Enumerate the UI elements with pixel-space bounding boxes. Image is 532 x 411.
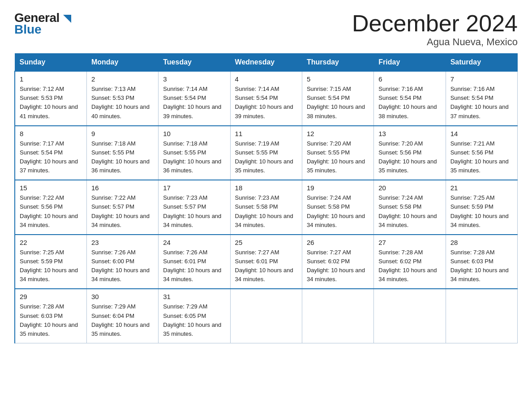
- day-number: 31: [163, 293, 225, 300]
- day-info: Sunrise: 7:25 AMSunset: 5:59 PMDaylight:…: [20, 249, 78, 283]
- day-info: Sunrise: 7:23 AMSunset: 5:58 PMDaylight:…: [235, 194, 293, 228]
- day-info: Sunrise: 7:25 AMSunset: 5:59 PMDaylight:…: [450, 194, 509, 228]
- day-info: Sunrise: 7:19 AMSunset: 5:55 PMDaylight:…: [235, 140, 293, 174]
- page-subtitle: Agua Nueva, Mexico: [352, 36, 518, 48]
- day-number: 27: [378, 239, 441, 246]
- calendar-cell: 2 Sunrise: 7:13 AMSunset: 5:53 PMDayligh…: [86, 71, 158, 126]
- calendar-cell: 28 Sunrise: 7:28 AMSunset: 6:03 PMDaylig…: [446, 235, 517, 289]
- day-info: Sunrise: 7:16 AMSunset: 5:54 PMDaylight:…: [450, 86, 509, 119]
- day-info: Sunrise: 7:22 AMSunset: 5:56 PMDaylight:…: [20, 194, 78, 228]
- calendar-cell: 18 Sunrise: 7:23 AMSunset: 5:58 PMDaylig…: [230, 180, 302, 235]
- day-number: 30: [91, 293, 154, 300]
- day-number: 25: [235, 239, 297, 246]
- day-info: Sunrise: 7:24 AMSunset: 5:58 PMDaylight:…: [378, 194, 437, 228]
- day-info: Sunrise: 7:24 AMSunset: 5:58 PMDaylight:…: [307, 194, 365, 228]
- calendar-cell: 19 Sunrise: 7:24 AMSunset: 5:58 PMDaylig…: [302, 180, 373, 235]
- calendar-cell: 16 Sunrise: 7:22 AMSunset: 5:57 PMDaylig…: [86, 180, 158, 235]
- col-saturday: Saturday: [446, 54, 517, 72]
- calendar-cell: 11 Sunrise: 7:19 AMSunset: 5:55 PMDaylig…: [230, 126, 302, 180]
- day-number: 11: [235, 130, 297, 137]
- day-info: Sunrise: 7:12 AMSunset: 5:53 PMDaylight:…: [20, 86, 78, 119]
- day-number: 7: [450, 75, 513, 83]
- col-tuesday: Tuesday: [159, 54, 230, 72]
- calendar-cell: 31 Sunrise: 7:29 AMSunset: 6:05 PMDaylig…: [159, 289, 230, 343]
- logo: General Blue: [14, 11, 71, 37]
- logo-triangle-icon: [63, 15, 71, 23]
- calendar-cell: 26 Sunrise: 7:27 AMSunset: 6:02 PMDaylig…: [302, 235, 373, 289]
- day-info: Sunrise: 7:18 AMSunset: 5:55 PMDaylight:…: [163, 140, 221, 174]
- calendar-cell: 1 Sunrise: 7:12 AMSunset: 5:53 PMDayligh…: [15, 71, 86, 126]
- day-info: Sunrise: 7:22 AMSunset: 5:57 PMDaylight:…: [91, 194, 150, 228]
- day-info: Sunrise: 7:15 AMSunset: 5:54 PMDaylight:…: [307, 86, 365, 119]
- day-number: 13: [378, 130, 441, 137]
- calendar-cell: [230, 289, 302, 343]
- day-info: Sunrise: 7:27 AMSunset: 6:01 PMDaylight:…: [235, 249, 293, 283]
- day-number: 24: [163, 239, 225, 246]
- calendar-cell: 14 Sunrise: 7:21 AMSunset: 5:56 PMDaylig…: [446, 126, 517, 180]
- calendar-cell: 21 Sunrise: 7:25 AMSunset: 5:59 PMDaylig…: [446, 180, 517, 235]
- calendar-cell: 20 Sunrise: 7:24 AMSunset: 5:58 PMDaylig…: [374, 180, 446, 235]
- day-number: 8: [20, 130, 82, 137]
- calendar-cell: 13 Sunrise: 7:20 AMSunset: 5:56 PMDaylig…: [374, 126, 446, 180]
- day-info: Sunrise: 7:26 AMSunset: 6:00 PMDaylight:…: [91, 249, 150, 283]
- day-info: Sunrise: 7:23 AMSunset: 5:57 PMDaylight:…: [163, 194, 221, 228]
- calendar-cell: 30 Sunrise: 7:29 AMSunset: 6:04 PMDaylig…: [86, 289, 158, 343]
- calendar-cell: 23 Sunrise: 7:26 AMSunset: 6:00 PMDaylig…: [86, 235, 158, 289]
- col-wednesday: Wednesday: [230, 54, 302, 72]
- day-number: 19: [307, 184, 369, 192]
- day-number: 5: [307, 75, 369, 83]
- day-info: Sunrise: 7:28 AMSunset: 6:03 PMDaylight:…: [450, 249, 509, 283]
- title-block: December 2024 Agua Nueva, Mexico: [352, 11, 518, 48]
- calendar-cell: [302, 289, 373, 343]
- day-info: Sunrise: 7:21 AMSunset: 5:56 PMDaylight:…: [450, 140, 509, 174]
- calendar-week-row: 22 Sunrise: 7:25 AMSunset: 5:59 PMDaylig…: [15, 235, 518, 289]
- day-number: 2: [91, 75, 154, 83]
- day-number: 28: [450, 239, 513, 246]
- calendar-cell: 12 Sunrise: 7:20 AMSunset: 5:55 PMDaylig…: [302, 126, 373, 180]
- calendar-table: Sunday Monday Tuesday Wednesday Thursday…: [14, 53, 518, 343]
- calendar-cell: 15 Sunrise: 7:22 AMSunset: 5:56 PMDaylig…: [15, 180, 86, 235]
- day-info: Sunrise: 7:14 AMSunset: 5:54 PMDaylight:…: [163, 86, 221, 119]
- day-info: Sunrise: 7:20 AMSunset: 5:55 PMDaylight:…: [307, 140, 365, 174]
- day-info: Sunrise: 7:27 AMSunset: 6:02 PMDaylight:…: [307, 249, 365, 283]
- calendar-cell: 4 Sunrise: 7:14 AMSunset: 5:54 PMDayligh…: [230, 71, 302, 126]
- day-info: Sunrise: 7:28 AMSunset: 6:03 PMDaylight:…: [20, 303, 78, 337]
- day-number: 1: [20, 75, 82, 83]
- day-number: 3: [163, 75, 225, 83]
- day-info: Sunrise: 7:14 AMSunset: 5:54 PMDaylight:…: [235, 86, 293, 119]
- logo-text-blue: Blue: [14, 22, 42, 37]
- calendar-cell: 24 Sunrise: 7:26 AMSunset: 6:01 PMDaylig…: [159, 235, 230, 289]
- day-number: 18: [235, 184, 297, 192]
- day-number: 16: [91, 184, 154, 192]
- day-number: 29: [20, 293, 82, 300]
- day-info: Sunrise: 7:16 AMSunset: 5:54 PMDaylight:…: [378, 86, 437, 119]
- day-info: Sunrise: 7:13 AMSunset: 5:53 PMDaylight:…: [91, 86, 150, 119]
- calendar-cell: 10 Sunrise: 7:18 AMSunset: 5:55 PMDaylig…: [159, 126, 230, 180]
- day-info: Sunrise: 7:17 AMSunset: 5:54 PMDaylight:…: [20, 140, 78, 174]
- calendar-cell: 29 Sunrise: 7:28 AMSunset: 6:03 PMDaylig…: [15, 289, 86, 343]
- calendar-cell: 17 Sunrise: 7:23 AMSunset: 5:57 PMDaylig…: [159, 180, 230, 235]
- col-monday: Monday: [86, 54, 158, 72]
- day-info: Sunrise: 7:28 AMSunset: 6:02 PMDaylight:…: [378, 249, 437, 283]
- calendar-cell: 6 Sunrise: 7:16 AMSunset: 5:54 PMDayligh…: [374, 71, 446, 126]
- day-number: 23: [91, 239, 154, 246]
- calendar-week-row: 29 Sunrise: 7:28 AMSunset: 6:03 PMDaylig…: [15, 289, 518, 343]
- day-number: 21: [450, 184, 513, 192]
- page-header: General Blue December 2024 Agua Nueva, M…: [14, 11, 518, 48]
- calendar-cell: 7 Sunrise: 7:16 AMSunset: 5:54 PMDayligh…: [446, 71, 517, 126]
- day-number: 15: [20, 184, 82, 192]
- svg-marker-0: [63, 15, 71, 23]
- day-info: Sunrise: 7:18 AMSunset: 5:55 PMDaylight:…: [91, 140, 150, 174]
- day-number: 10: [163, 130, 225, 137]
- page-title: December 2024: [352, 11, 518, 36]
- calendar-cell: 27 Sunrise: 7:28 AMSunset: 6:02 PMDaylig…: [374, 235, 446, 289]
- day-info: Sunrise: 7:20 AMSunset: 5:56 PMDaylight:…: [378, 140, 437, 174]
- calendar-week-row: 1 Sunrise: 7:12 AMSunset: 5:53 PMDayligh…: [15, 71, 518, 126]
- calendar-cell: 25 Sunrise: 7:27 AMSunset: 6:01 PMDaylig…: [230, 235, 302, 289]
- day-info: Sunrise: 7:29 AMSunset: 6:04 PMDaylight:…: [91, 303, 150, 337]
- day-number: 9: [91, 130, 154, 137]
- day-number: 6: [378, 75, 441, 83]
- calendar-cell: 22 Sunrise: 7:25 AMSunset: 5:59 PMDaylig…: [15, 235, 86, 289]
- calendar-cell: 3 Sunrise: 7:14 AMSunset: 5:54 PMDayligh…: [159, 71, 230, 126]
- day-info: Sunrise: 7:29 AMSunset: 6:05 PMDaylight:…: [163, 303, 221, 337]
